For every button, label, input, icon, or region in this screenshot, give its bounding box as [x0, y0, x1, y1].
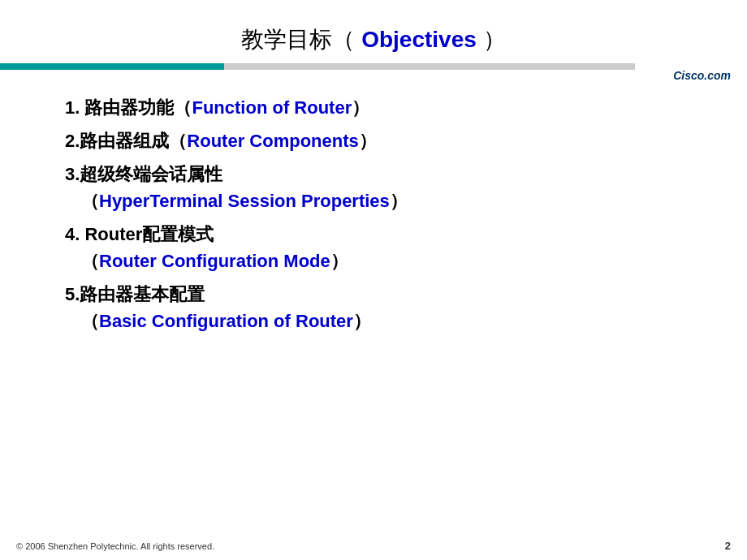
- footer-page: 2: [725, 540, 731, 552]
- item5-line1: 5.路由器基本配置: [65, 284, 205, 304]
- cisco-logo: Cisco.com: [673, 69, 731, 82]
- item1-chinese: 1. 路由器功能（: [65, 97, 192, 118]
- slide-title: 教学目标（ Objectives ）: [241, 27, 505, 52]
- content-area: 1. 路由器功能（Function of Router） 2.路由器组成（Rou…: [0, 78, 747, 357]
- item4-english: Router Configuration Mode: [99, 251, 330, 271]
- item4-end: ）: [330, 251, 348, 271]
- item5-line2: （Basic Configuration of Router）: [65, 308, 682, 334]
- list-item: 1. 路由器功能（Function of Router）: [65, 94, 682, 121]
- item5-english: Basic Configuration of Router: [99, 311, 353, 331]
- title-area: 教学目标（ Objectives ）: [0, 0, 747, 63]
- deco-bar: [0, 63, 747, 70]
- title-chinese-part1: 教学目标（: [241, 27, 355, 52]
- title-english: Objectives: [361, 27, 477, 52]
- item4-line1: 4. Router配置模式: [65, 224, 214, 244]
- list-item: 4. Router配置模式 （Router Configuration Mode…: [65, 221, 682, 274]
- list-item: 2.路由器组成（Router Components）: [65, 127, 682, 154]
- item5-prefix: （: [81, 311, 99, 331]
- item3-line1: 3.超级终端会话属性: [65, 164, 222, 184]
- item3-prefix: （: [81, 191, 99, 211]
- item4-line2: （Router Configuration Mode）: [65, 248, 682, 274]
- slide-container: 教学目标（ Objectives ） Cisco.com 1. 路由器功能（Fu…: [0, 0, 747, 560]
- item5-end: ）: [353, 311, 371, 331]
- footer-copyright: © 2006 Shenzhen Polytechnic. All rights …: [16, 541, 214, 551]
- item1-end: ）: [352, 97, 369, 118]
- list-item: 5.路由器基本配置 （Basic Configuration of Router…: [65, 281, 682, 334]
- footer: © 2006 Shenzhen Polytechnic. All rights …: [0, 540, 747, 552]
- item4-prefix: （: [81, 251, 99, 271]
- item2-end: ）: [359, 131, 377, 151]
- item2-english: Router Components: [187, 131, 358, 151]
- item2-chinese: 2.路由器组成（: [65, 131, 187, 151]
- list-item: 3.超级终端会话属性 （HyperTerminal Session Proper…: [65, 161, 682, 214]
- item3-english: HyperTerminal Session Properties: [99, 191, 390, 211]
- title-closing: ）: [483, 27, 506, 52]
- item1-english: Function of Router: [192, 97, 352, 118]
- item3-line2: （HyperTerminal Session Properties）: [65, 187, 682, 214]
- item3-end: ）: [390, 191, 408, 211]
